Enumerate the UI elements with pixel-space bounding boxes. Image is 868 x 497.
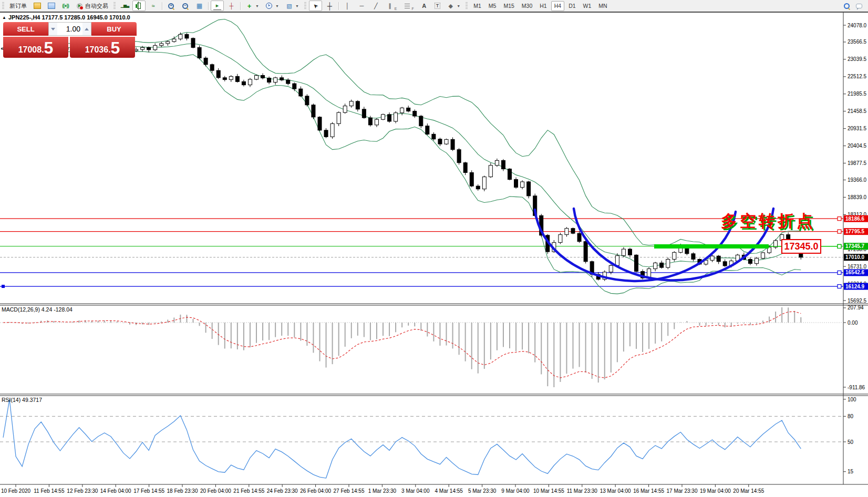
crosshair-button[interactable]: ┼ bbox=[323, 1, 336, 11]
tile-windows-icon: ▦ bbox=[195, 2, 203, 10]
price-tag-annotation[interactable]: 17345.0 bbox=[781, 239, 821, 254]
zoom-out-button[interactable]: − bbox=[179, 1, 192, 11]
svg-text:12 Feb 23:30: 12 Feb 23:30 bbox=[67, 488, 98, 494]
svg-text:17345.7: 17345.7 bbox=[845, 243, 865, 249]
text-label-button[interactable]: T bbox=[432, 1, 443, 11]
svg-text:0.00: 0.00 bbox=[848, 320, 858, 326]
svg-text:21458.5: 21458.5 bbox=[848, 108, 867, 114]
dropdown-arrow-icon: ▼ bbox=[255, 4, 259, 8]
line-chart-button[interactable]: ≈ bbox=[147, 1, 160, 11]
volume-increase-button[interactable] bbox=[82, 23, 91, 35]
svg-text:100: 100 bbox=[848, 397, 856, 402]
svg-text:19 Mar 04:00: 19 Mar 04:00 bbox=[700, 488, 731, 494]
toolbar-grip[interactable] bbox=[466, 2, 468, 10]
timeframe-button-H1[interactable]: H1 bbox=[536, 1, 550, 11]
auto-scroll-button[interactable]: ▸ bbox=[211, 1, 224, 11]
timeframe-button-M1[interactable]: M1 bbox=[470, 1, 484, 11]
search-icon[interactable] bbox=[843, 2, 851, 10]
dropdown-arrow-icon: ▼ bbox=[457, 4, 460, 8]
svg-text:26 Feb 04:00: 26 Feb 04:00 bbox=[300, 488, 331, 494]
macd-indicator-label: MACD(12,26,9) 4.24 -128.04 bbox=[2, 306, 73, 313]
navigator-button[interactable]: ((●)) bbox=[59, 1, 72, 11]
auto-scroll-icon: ▸ bbox=[213, 2, 221, 10]
svg-text:-911.86: -911.86 bbox=[848, 385, 865, 390]
svg-text:23039.5: 23039.5 bbox=[848, 56, 867, 62]
toolbar-grip[interactable] bbox=[2, 2, 4, 10]
chart-canvas[interactable]: 24078.023566.523039.522512.521985.521458… bbox=[0, 0, 868, 497]
market-watch-icon bbox=[33, 2, 41, 10]
zoom-in-icon: + bbox=[167, 2, 175, 10]
volume-decrease-button[interactable] bbox=[49, 23, 57, 35]
svg-text:18 Feb 23:30: 18 Feb 23:30 bbox=[167, 488, 198, 494]
timeframe-button-H4[interactable]: H4 bbox=[551, 1, 564, 11]
timeframe-button-M30[interactable]: M30 bbox=[519, 1, 535, 11]
timeframe-button-M15[interactable]: M15 bbox=[500, 1, 517, 11]
svg-text:17 Mar 23:30: 17 Mar 23:30 bbox=[667, 488, 698, 494]
vertical-line-icon: │ bbox=[344, 2, 352, 10]
collapse-arrow-icon[interactable]: ▲ bbox=[2, 15, 6, 20]
data-window-button[interactable] bbox=[45, 1, 58, 11]
svg-text:10 Feb 2020: 10 Feb 2020 bbox=[1, 488, 31, 494]
svg-text:20931.5: 20931.5 bbox=[848, 126, 867, 131]
svg-text:17795.5: 17795.5 bbox=[845, 229, 865, 234]
vertical-line-button[interactable]: │ bbox=[341, 1, 354, 11]
buy-price-button[interactable]: 17036.5 bbox=[70, 37, 135, 58]
toolbar-divider bbox=[0, 12, 868, 13]
periods-button[interactable]: ▼ bbox=[263, 1, 282, 11]
timeframe-button-W1[interactable]: W1 bbox=[580, 1, 595, 11]
fibonacci-button[interactable]: F bbox=[400, 1, 416, 11]
sell-price-button[interactable]: 17008.5 bbox=[3, 37, 68, 58]
timeframe-button-MN[interactable]: MN bbox=[595, 1, 610, 11]
horizontal-line-button[interactable]: ─ bbox=[355, 1, 368, 11]
cursor-button[interactable]: ➤ bbox=[309, 1, 322, 11]
svg-text:3 Mar 04:00: 3 Mar 04:00 bbox=[401, 488, 430, 494]
svg-text:1 Mar 23:30: 1 Mar 23:30 bbox=[368, 488, 397, 494]
line-chart-icon: ≈ bbox=[149, 2, 157, 10]
svg-text:13 Mar 04:00: 13 Mar 04:00 bbox=[600, 488, 631, 494]
arrows-tool-button[interactable]: ◆▼ bbox=[444, 1, 463, 11]
tile-windows-button[interactable]: ▦ bbox=[193, 1, 206, 11]
volume-input[interactable]: 1.00 bbox=[57, 23, 82, 35]
svg-text:20 Feb 04:00: 20 Feb 04:00 bbox=[200, 488, 231, 494]
one-click-trading-panel: SELL 1.00 BUY 17008.5 17036.5 bbox=[3, 22, 137, 58]
timeframe-button-D1[interactable]: D1 bbox=[565, 1, 578, 11]
chart-symbol-line: ▲ JPN225-,H4 17177.5 17285.0 16945.0 170… bbox=[2, 14, 130, 20]
svg-text:14 Feb 04:00: 14 Feb 04:00 bbox=[100, 488, 131, 494]
channel-button[interactable]: ∥E bbox=[384, 1, 400, 11]
svg-text:4 Mar 14:55: 4 Mar 14:55 bbox=[435, 488, 463, 494]
svg-text:24078.0: 24078.0 bbox=[848, 23, 867, 28]
svg-text:16124.9: 16124.9 bbox=[845, 284, 865, 289]
text-tool-button[interactable]: A bbox=[418, 1, 431, 11]
trendline-button[interactable]: ╱ bbox=[369, 1, 383, 11]
candlestick-chart-button[interactable] bbox=[132, 1, 146, 11]
dropdown-arrow-icon: ▼ bbox=[275, 4, 279, 8]
arrows-tool-icon: ◆ bbox=[447, 2, 454, 10]
sell-button[interactable]: SELL bbox=[3, 22, 48, 36]
market-watch-button[interactable] bbox=[30, 1, 44, 11]
dropdown-arrow-icon: ▼ bbox=[295, 4, 299, 8]
add-indicator-icon: + bbox=[245, 2, 253, 10]
timeframe-toolbar: M1M5M15M30H1H4D1W1MN bbox=[470, 1, 611, 11]
zoom-in-button[interactable]: + bbox=[164, 1, 178, 11]
timeframe-button-M5[interactable]: M5 bbox=[485, 1, 500, 11]
new-order-button[interactable]: 新订单 bbox=[7, 1, 29, 11]
bar-chart-icon: ▁▅▃ bbox=[121, 2, 129, 10]
navigator-icon: ((●)) bbox=[61, 2, 69, 10]
svg-text:18186.6: 18186.6 bbox=[845, 216, 865, 222]
rsi-indicator-label: RSI(14) 49.3717 bbox=[2, 397, 42, 403]
templates-button[interactable]: ▧▼ bbox=[283, 1, 302, 11]
svg-text:22512.5: 22512.5 bbox=[848, 74, 867, 79]
autotrade-button[interactable]: 自动交易 bbox=[73, 1, 111, 11]
bar-chart-button[interactable]: ▁▅▃ bbox=[118, 1, 131, 11]
chart-shift-button[interactable]: ┼ bbox=[225, 1, 238, 11]
channel-icon: ∥ bbox=[386, 2, 394, 10]
toolbar-grip[interactable] bbox=[304, 2, 306, 10]
chat-icon[interactable] bbox=[855, 2, 863, 10]
horizontal-line-icon: ─ bbox=[358, 2, 366, 10]
indicators-button[interactable]: +▼ bbox=[243, 1, 262, 11]
toolbar-grip[interactable] bbox=[113, 2, 116, 10]
svg-text:16731.0: 16731.0 bbox=[848, 264, 867, 270]
turning-point-annotation[interactable]: 多空转折点 bbox=[721, 210, 815, 232]
svg-text:20404.5: 20404.5 bbox=[848, 143, 867, 149]
buy-button[interactable]: BUY bbox=[91, 22, 137, 36]
